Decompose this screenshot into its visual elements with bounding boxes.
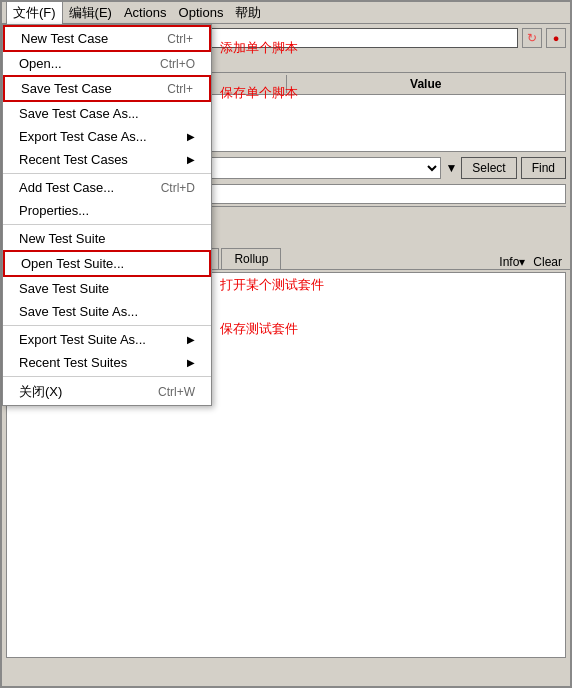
menu-item-save-test-case[interactable]: Save Test Case Ctrl+ (3, 75, 211, 102)
menu-item-new-test-suite[interactable]: New Test Suite (3, 227, 211, 250)
open-test-suite-label: Open Test Suite... (21, 256, 124, 271)
menu-item-save-test-suite-as[interactable]: Save Test Suite As... (3, 300, 211, 323)
properties-label: Properties... (19, 203, 89, 218)
new-test-case-label: New Test Case (21, 31, 108, 46)
annotation-new-test-case: 添加单个脚本 (220, 39, 298, 57)
save-test-suite-label: Save Test Suite (19, 281, 109, 296)
menu-item-open[interactable]: Open... Ctrl+O (3, 52, 211, 75)
menu-item-save-test-case-as[interactable]: Save Test Case As... (3, 102, 211, 125)
export-test-suite-arrow: ▶ (187, 334, 195, 345)
menu-item-properties[interactable]: Properties... (3, 199, 211, 222)
open-label: Open... (19, 56, 62, 71)
save-test-case-label: Save Test Case (21, 81, 112, 96)
annotation-save-test-case: 保存单个脚本 (220, 84, 298, 102)
separator-3 (3, 325, 211, 326)
close-label: 关闭(X) (19, 383, 62, 401)
save-test-case-shortcut: Ctrl+ (167, 82, 193, 96)
menu-item-export-test-suite[interactable]: Export Test Suite As... ▶ (3, 328, 211, 351)
add-test-case-shortcut: Ctrl+D (161, 181, 195, 195)
menu-item-new-test-case[interactable]: New Test Case Ctrl+ (3, 25, 211, 52)
recent-test-cases-label: Recent Test Cases (19, 152, 128, 167)
new-test-suite-label: New Test Suite (19, 231, 105, 246)
menu-item-close[interactable]: 关闭(X) Ctrl+W (3, 379, 211, 405)
export-test-suite-label: Export Test Suite As... (19, 332, 146, 347)
open-shortcut: Ctrl+O (160, 57, 195, 71)
save-test-suite-as-label: Save Test Suite As... (19, 304, 138, 319)
menu-item-export-test-case[interactable]: Export Test Case As... ▶ (3, 125, 211, 148)
menu-item-add-test-case[interactable]: Add Test Case... Ctrl+D (3, 176, 211, 199)
separator-2 (3, 224, 211, 225)
add-test-case-label: Add Test Case... (19, 180, 114, 195)
recent-test-suites-arrow: ▶ (187, 357, 195, 368)
menu-item-recent-test-suites[interactable]: Recent Test Suites ▶ (3, 351, 211, 374)
export-test-case-label: Export Test Case As... (19, 129, 147, 144)
new-test-case-shortcut: Ctrl+ (167, 32, 193, 46)
file-dropdown-menu: New Test Case Ctrl+ Open... Ctrl+O Save … (2, 24, 212, 406)
menu-item-recent-test-cases[interactable]: Recent Test Cases ▶ (3, 148, 211, 171)
separator-4 (3, 376, 211, 377)
main-window: 文件(F) 编辑(E) Actions Options 帮助 ↻ ● 保存单个脚… (0, 0, 572, 688)
menu-item-open-test-suite[interactable]: Open Test Suite... (3, 250, 211, 277)
separator-1 (3, 173, 211, 174)
close-shortcut: Ctrl+W (158, 385, 195, 399)
recent-test-cases-arrow: ▶ (187, 154, 195, 165)
annotation-save-test-suite: 保存测试套件 (220, 320, 298, 338)
save-test-case-as-label: Save Test Case As... (19, 106, 139, 121)
dropdown-overlay: New Test Case Ctrl+ Open... Ctrl+O Save … (2, 2, 570, 686)
export-test-case-arrow: ▶ (187, 131, 195, 142)
menu-item-save-test-suite[interactable]: Save Test Suite (3, 277, 211, 300)
annotation-open-test-suite: 打开某个测试套件 (220, 276, 324, 294)
recent-test-suites-label: Recent Test Suites (19, 355, 127, 370)
